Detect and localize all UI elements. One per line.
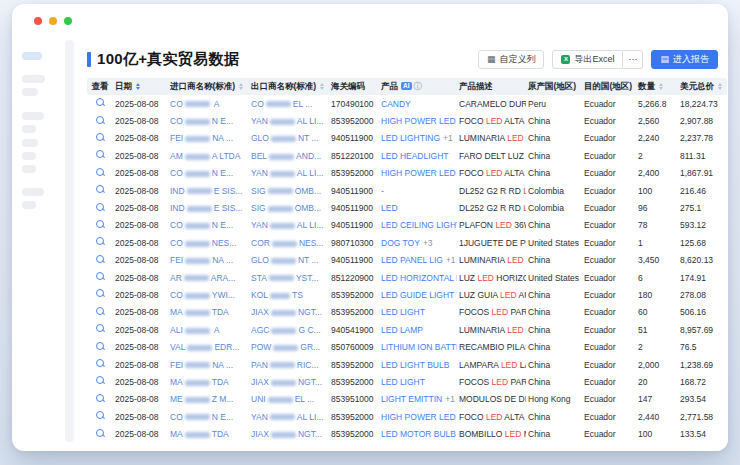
product-link[interactable]: LED LIGHT <box>381 377 425 387</box>
exporter-cell[interactable]: YANAL LI... <box>249 165 329 182</box>
importer-cell[interactable]: FEINA ... <box>168 130 249 147</box>
importer-cell[interactable]: INDE SIS... <box>168 182 249 199</box>
sidebar-item[interactable] <box>22 125 36 133</box>
product-cell[interactable]: LED LIGHT BULB <box>379 356 457 373</box>
view-detail-magnifier-icon[interactable] <box>96 168 105 177</box>
view-detail-magnifier-icon[interactable] <box>96 411 105 420</box>
view-detail-magnifier-icon[interactable] <box>96 307 105 316</box>
product-cell[interactable]: HIGH POWER LED F <box>379 408 457 425</box>
product-extra-count[interactable]: +1 <box>445 394 455 404</box>
product-cell[interactable]: LED CEILING LIGHT <box>379 217 457 234</box>
importer-cell[interactable]: ARARA... <box>168 269 249 286</box>
sort-caret-icon[interactable] <box>718 83 722 90</box>
importer-cell[interactable]: MATDA <box>168 373 249 390</box>
sort-caret-icon[interactable] <box>320 83 324 90</box>
product-link[interactable]: LED LIGHT BULB <box>381 360 449 370</box>
product-cell[interactable]: LIGHT EMITTIN+1 <box>379 391 457 408</box>
sidebar-item[interactable] <box>22 152 36 160</box>
importer-cell[interactable]: CO A <box>168 95 249 112</box>
sidebar-item[interactable] <box>22 165 36 173</box>
importer-cell[interactable]: MATDA <box>168 304 249 321</box>
exporter-cell[interactable]: PANRIC... <box>249 356 329 373</box>
product-extra-count[interactable]: +3 <box>423 238 433 248</box>
product-cell[interactable]: LED LIGHT <box>379 304 457 321</box>
product-link[interactable]: LITHIUM ION BATTE <box>381 342 457 352</box>
exporter-cell[interactable]: JIAXNGT... <box>249 304 329 321</box>
product-cell[interactable]: - <box>379 182 457 199</box>
column-header-9[interactable]: 数量 <box>636 78 678 95</box>
product-cell[interactable]: LED LIGHT <box>379 373 457 390</box>
product-link[interactable]: LED HEADLIGHT <box>381 151 449 161</box>
importer-cell[interactable]: AMA LTDA <box>168 147 249 164</box>
info-icon[interactable]: ⓘ <box>414 82 422 91</box>
importer-cell[interactable]: FEINA ... <box>168 356 249 373</box>
importer-cell[interactable]: CON E... <box>168 408 249 425</box>
product-cell[interactable]: HIGH POWER LED F <box>379 112 457 129</box>
product-link[interactable]: LED LAMP <box>381 325 423 335</box>
product-cell[interactable]: HIGH POWER LED F <box>379 165 457 182</box>
exporter-cell[interactable]: CORNES... <box>249 234 329 251</box>
importer-cell[interactable]: CON E... <box>168 112 249 129</box>
exporter-cell[interactable]: JIAXNGT... <box>249 373 329 390</box>
view-detail-magnifier-icon[interactable] <box>96 98 105 107</box>
exporter-cell[interactable]: POWGR... <box>249 338 329 355</box>
sidebar-item[interactable] <box>22 75 45 83</box>
view-detail-magnifier-icon[interactable] <box>96 255 105 264</box>
sort-caret-icon[interactable] <box>239 83 243 90</box>
importer-cell[interactable]: INDE SIS... <box>168 199 249 216</box>
importer-cell[interactable]: CONES... <box>168 234 249 251</box>
product-link[interactable]: - <box>381 186 384 196</box>
export-excel-button[interactable]: X 导出Excel <box>552 50 623 69</box>
view-detail-magnifier-icon[interactable] <box>96 150 105 159</box>
product-link[interactable]: HIGH POWER LED F <box>381 168 457 178</box>
column-header-3[interactable]: 出口商名称(标准) <box>249 78 329 95</box>
product-cell[interactable]: LED LIGHTING+1 <box>379 130 457 147</box>
sort-caret-icon[interactable] <box>136 83 140 90</box>
sort-caret-icon[interactable] <box>659 83 663 90</box>
exporter-cell[interactable]: JIAXNGT... <box>249 425 329 442</box>
exporter-cell[interactable]: GLONT ... <box>249 252 329 269</box>
exporter-cell[interactable]: BELAND... <box>249 147 329 164</box>
exporter-cell[interactable]: SIGOMB... <box>249 182 329 199</box>
sidebar-item-active[interactable] <box>22 52 42 60</box>
importer-cell[interactable]: CON E... <box>168 165 249 182</box>
exporter-cell[interactable]: KOLTS <box>249 286 329 303</box>
export-more-button[interactable]: ··· <box>623 50 643 69</box>
importer-cell[interactable]: MEZ M... <box>168 391 249 408</box>
view-detail-magnifier-icon[interactable] <box>96 394 105 403</box>
product-link[interactable]: LED PANEL LIG <box>381 255 443 265</box>
product-link[interactable]: LIGHT EMITTIN <box>381 394 442 404</box>
importer-cell[interactable]: VALEDR... <box>168 338 249 355</box>
column-header-1[interactable]: 日期 <box>113 78 168 95</box>
sidebar-item[interactable] <box>22 112 44 120</box>
product-link[interactable]: LED <box>381 203 398 213</box>
product-cell[interactable]: LED HEADLIGHT <box>379 147 457 164</box>
sidebar-item[interactable] <box>22 201 36 209</box>
sidebar-item[interactable] <box>22 188 44 196</box>
product-cell[interactable]: LED LAMP <box>379 321 457 338</box>
exporter-cell[interactable]: COEL ... <box>249 95 329 112</box>
product-cell[interactable]: LITHIUM ION BATTE <box>379 338 457 355</box>
product-link[interactable]: LED LIGHT <box>381 307 425 317</box>
view-detail-magnifier-icon[interactable] <box>96 289 105 298</box>
importer-cell[interactable]: MATDA <box>168 425 249 442</box>
product-cell[interactable]: DOG TOY+3 <box>379 234 457 251</box>
close-window-button[interactable] <box>34 17 42 25</box>
exporter-cell[interactable]: YANAL LI... <box>249 112 329 129</box>
product-extra-count[interactable]: +1 <box>446 255 456 265</box>
exporter-cell[interactable]: YANAL LI... <box>249 408 329 425</box>
minimize-window-button[interactable] <box>49 17 57 25</box>
view-detail-magnifier-icon[interactable] <box>96 359 105 368</box>
view-detail-magnifier-icon[interactable] <box>96 342 105 351</box>
exporter-cell[interactable]: GLONT ... <box>249 130 329 147</box>
importer-cell[interactable]: CON E... <box>168 217 249 234</box>
product-link[interactable]: LED HORIZONTAL L <box>381 273 457 283</box>
product-link[interactable]: HIGH POWER LED F <box>381 412 457 422</box>
view-detail-magnifier-icon[interactable] <box>96 220 105 229</box>
exporter-cell[interactable]: AGCG C... <box>249 321 329 338</box>
product-link[interactable]: CANDY <box>381 99 411 109</box>
importer-cell[interactable]: ALI A <box>168 321 249 338</box>
view-detail-magnifier-icon[interactable] <box>96 272 105 281</box>
product-link[interactable]: LED MOTOR BULB <box>381 429 456 439</box>
product-link[interactable]: DOG TOY <box>381 238 420 248</box>
